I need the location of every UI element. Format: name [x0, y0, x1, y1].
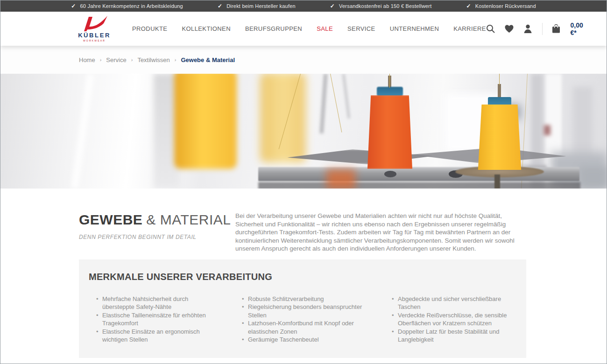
logo-brand-name: KÜBLER — [78, 32, 111, 39]
spool-pin — [498, 84, 501, 98]
checkmark-icon: ✓ — [330, 3, 335, 9]
features-heading: MERKMALE UNSERER VERARBEITUNG — [89, 272, 515, 282]
page-title-rest: & MATERIAL — [146, 212, 231, 227]
intro-paragraph: Bei der Verarbeitung unserer Gewebe und … — [235, 212, 517, 253]
hero-frame-bar — [342, 74, 350, 119]
page: ✓ 60 Jahre Kernkompetenz in Arbeitskleid… — [0, 0, 607, 364]
hero-wall-streak — [71, 74, 94, 189]
breadcrumb-textilwissen[interactable]: Textilwissen — [137, 56, 169, 63]
kuebler-logo-icon — [81, 15, 108, 31]
spool-plate-stem — [494, 175, 500, 189]
nav-item-karriere[interactable]: KARRIERE — [453, 25, 486, 32]
hero-red-smudge — [544, 125, 551, 135]
nav-item-service[interactable]: SERVICE — [347, 25, 375, 32]
feature-item: Robuste Schlitzverarbeitung — [242, 295, 378, 303]
page-title: GEWEBE& MATERIAL — [79, 212, 235, 228]
breadcrumb-bar: Home › Service › Textilwissen › Gewebe &… — [0, 46, 607, 74]
benefit-item: ✓ Versandkostenfrei ab 150 € Bestellwert — [330, 3, 432, 9]
intro-section: GEWEBE& MATERIAL DENN PERFEKTION BEGINNT… — [0, 189, 607, 253]
features-columns: Mehrfache Nahtsicherheit durch überstepp… — [96, 295, 515, 344]
breadcrumb-current: Gewebe & Material — [181, 56, 235, 63]
benefit-label: Versandkostenfrei ab 150 € Bestellwert — [339, 3, 431, 9]
hero-machine-base — [258, 182, 580, 189]
feature-item: Elastische Einsätze an ergonomisch wicht… — [96, 328, 217, 344]
kuebler-logo[interactable]: KÜBLER WORKWEAR — [79, 15, 110, 42]
breadcrumb-separator: › — [175, 57, 176, 63]
spool-cap-blue — [377, 87, 403, 96]
features-column-3: Abgedeckte und sicher verschließbare Tas… — [392, 295, 532, 344]
feature-item: Abgedeckte und sicher verschließbare Tas… — [392, 295, 514, 311]
benefit-label: Kostenloser Rückversand — [475, 3, 536, 9]
header-divider — [542, 23, 543, 35]
nav-item-sale[interactable]: SALE — [317, 25, 333, 32]
hero-orange-smudge — [326, 169, 355, 189]
nav-item-kollektionen[interactable]: KOLLEKTIONEN — [182, 25, 231, 32]
cart-bag-icon[interactable] — [552, 24, 560, 33]
benefit-item: ✓ Kostenloser Rückversand — [466, 3, 536, 9]
benefits-bar: ✓ 60 Jahre Kernkompetenz in Arbeitskleid… — [0, 0, 607, 12]
checkmark-icon: ✓ — [466, 3, 471, 9]
spool-pale-yellow-blurred — [260, 74, 306, 162]
feature-item: Doppelter Latz für beste Stabilität und … — [392, 328, 514, 344]
features-column-2: Robuste Schlitzverarbeitung Riegelsicher… — [242, 295, 392, 344]
features-panel: MERKMALE UNSERER VERARBEITUNG Mehrfache … — [79, 259, 526, 358]
feature-item: Riegelsicherung besonders beanspruchter … — [242, 303, 378, 319]
features-column-1: Mehrfache Nahtsicherheit durch überstepp… — [96, 295, 242, 344]
spool-cap-blue — [488, 97, 511, 105]
main-header: KÜBLER WORKWEAR PRODUKTE KOLLEKTIONEN BE… — [0, 12, 607, 46]
checkmark-icon: ✓ — [71, 3, 76, 9]
header-actions: 0,00 €* — [486, 21, 584, 36]
logo-tagline: WORKWEAR — [83, 39, 106, 42]
yarn-thread — [330, 74, 342, 133]
page-title-strong: GEWEBE — [79, 212, 142, 227]
nav-item-berufsgruppen[interactable]: BERUFSGRUPPEN — [245, 25, 302, 32]
benefit-item: ✓ Direkt beim Hersteller kaufen — [218, 3, 296, 9]
benefit-item: ✓ 60 Jahre Kernkompetenz in Arbeitskleid… — [71, 3, 183, 9]
yarn-thread — [499, 74, 500, 85]
yarn-thread — [389, 74, 390, 88]
search-icon[interactable] — [486, 24, 495, 33]
checkmark-icon: ✓ — [218, 3, 222, 9]
nav-item-unternehmen[interactable]: UNTERNEHMEN — [390, 25, 439, 32]
spool-orange — [362, 95, 418, 169]
feature-item: Latzhosen-Komfortbund mit Knopf oder ela… — [242, 319, 378, 336]
breadcrumb: Home › Service › Textilwissen › Gewebe &… — [79, 56, 235, 63]
wishlist-heart-icon[interactable] — [505, 24, 514, 33]
breadcrumb-service[interactable]: Service — [106, 56, 126, 63]
feature-item: Elastische Tailleneinsätze für erhöhten … — [96, 311, 217, 328]
hero-machine-blur — [579, 166, 607, 189]
feature-item: Mehrfache Nahtsicherheit durch überstepp… — [96, 295, 217, 311]
intro-text-block: Bei der Verarbeitung unserer Gewebe und … — [235, 212, 517, 253]
account-user-icon[interactable] — [523, 24, 532, 33]
breadcrumb-separator: › — [100, 57, 102, 63]
hero-frame-bar — [320, 74, 328, 133]
main-nav: PRODUKTE KOLLEKTIONEN BERUFSGRUPPEN SALE… — [132, 25, 486, 32]
hero-image — [0, 74, 607, 189]
spool-yellow-blurred — [174, 74, 237, 169]
feature-item: Verdeckte Reißverschlüsse, die sensible … — [392, 311, 514, 328]
benefit-label: Direkt beim Hersteller kaufen — [226, 3, 296, 9]
page-subtitle: DENN PERFEKTION BEGINNT IM DETAIL — [79, 234, 235, 240]
nav-item-produkte[interactable]: PRODUKTE — [132, 25, 167, 32]
cart-total[interactable]: 0,00 €* — [570, 21, 584, 36]
rack-rail-hole — [384, 171, 396, 177]
breadcrumb-home[interactable]: Home — [79, 56, 95, 63]
benefit-label: 60 Jahre Kernkompetenz in Arbeitskleidun… — [80, 3, 183, 9]
breadcrumb-separator: › — [131, 57, 133, 63]
spool-yellow — [474, 105, 525, 170]
intro-title-block: GEWEBE& MATERIAL DENN PERFEKTION BEGINNT… — [79, 212, 235, 253]
feature-item: Geräumige Taschenbeutel — [242, 336, 378, 344]
